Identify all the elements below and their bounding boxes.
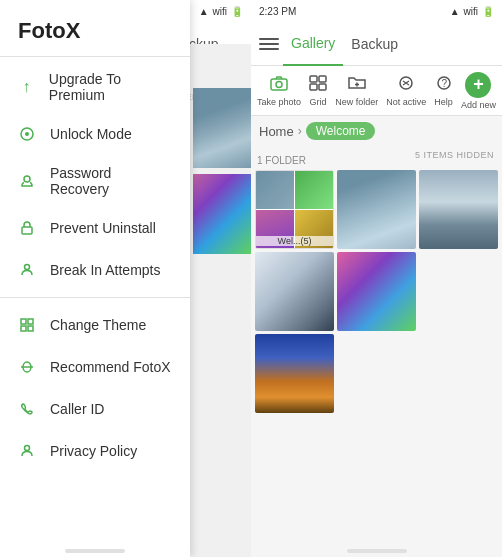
gallery-header: 1 FOLDER 5 ITEMS HIDDEN: [255, 150, 498, 168]
theme-icon: [16, 314, 38, 336]
breadcrumb-arrow: ›: [298, 124, 302, 138]
sidebar-item-theme[interactable]: Change Theme: [0, 304, 190, 346]
right-header: Gallery Backup: [251, 22, 502, 66]
right-wifi-icon: wifi: [464, 6, 478, 17]
right-gallery-area: 1 FOLDER 5 ITEMS HIDDEN Wel...(5): [251, 146, 502, 545]
help-icon: ?: [435, 75, 453, 95]
grid-icon: [309, 75, 327, 95]
not-active-label: Not active: [386, 97, 426, 107]
svg-rect-3: [22, 227, 32, 234]
grid-button[interactable]: Grid: [306, 71, 330, 111]
right-tab-gallery[interactable]: Gallery: [283, 22, 343, 66]
left-bottom-bar: [65, 549, 125, 553]
sidebar-label-break: Break In Attempts: [50, 262, 161, 278]
break-icon: [16, 259, 38, 281]
left-thumb-1: [193, 88, 251, 168]
prevent-icon: [16, 217, 38, 239]
svg-text:?: ?: [441, 78, 447, 89]
sidebar-label-privacy: Privacy Policy: [50, 443, 137, 459]
sidebar-item-recommend[interactable]: Recommend FotoX: [0, 346, 190, 388]
add-new-button[interactable]: + Add new: [458, 68, 499, 114]
svg-rect-14: [319, 76, 326, 82]
breadcrumb-home-link[interactable]: Home: [259, 124, 294, 139]
sidebar-item-password[interactable]: Password Recovery: [0, 155, 190, 207]
breadcrumb: Home › Welcome: [251, 116, 502, 146]
svg-rect-8: [28, 326, 33, 331]
folder-name: Wel...(5): [256, 236, 333, 246]
svg-rect-15: [310, 84, 317, 90]
photo-cell-5[interactable]: [255, 334, 334, 413]
sidebar-item-privacy[interactable]: Privacy Policy: [0, 430, 190, 472]
sidebar-divider-top: [0, 56, 190, 57]
breadcrumb-current: Welcome: [306, 122, 376, 140]
help-label: Help: [434, 97, 453, 107]
right-status-icons: ▲ wifi 🔋: [450, 6, 494, 17]
sidebar-item-break[interactable]: Break In Attempts: [0, 249, 190, 291]
caller-icon: [16, 398, 38, 420]
svg-point-10: [25, 446, 30, 451]
camera-icon: [270, 75, 288, 95]
sidebar-item-caller[interactable]: Caller ID: [0, 388, 190, 430]
svg-rect-13: [310, 76, 317, 82]
wifi-icon: wifi: [213, 6, 227, 17]
sidebar-label-upgrade: Upgrade To Premium: [49, 71, 174, 103]
add-new-label: Add new: [461, 100, 496, 110]
help-button[interactable]: ? Help: [431, 71, 456, 111]
photo-cell-3[interactable]: [255, 252, 334, 331]
right-tab-backup[interactable]: Backup: [343, 22, 406, 66]
password-icon: [16, 170, 38, 192]
new-folder-label: New folder: [335, 97, 378, 107]
sidebar-overlay: FotoX ↑ Upgrade To Premium Unlock Mode: [0, 0, 190, 557]
upgrade-icon: ↑: [16, 76, 37, 98]
sidebar-label-password: Password Recovery: [50, 165, 174, 197]
take-photo-label: Take photo: [257, 97, 301, 107]
not-active-icon: [397, 75, 415, 95]
left-thumb-2: [193, 174, 251, 254]
not-active-button[interactable]: Not active: [383, 71, 429, 111]
right-time: 2:23 PM: [259, 6, 296, 17]
new-folder-icon: [348, 75, 366, 95]
sidebar-item-upgrade[interactable]: ↑ Upgrade To Premium: [0, 61, 190, 113]
right-hidden-label: 5 ITEMS HIDDEN: [415, 150, 494, 160]
svg-rect-16: [319, 84, 326, 90]
photo-cell-1[interactable]: [337, 170, 416, 249]
right-panel: 2:23 PM ▲ wifi 🔋 Gallery Backup Take: [251, 0, 502, 557]
right-hamburger-menu[interactable]: [255, 38, 283, 50]
recommend-icon: [16, 356, 38, 378]
left-panel: 2:23 PM ▲ wifi 🔋 Gallery Backup 5 ITEMS …: [0, 0, 251, 557]
svg-rect-5: [21, 319, 26, 324]
signal-icon: ▲: [199, 6, 209, 17]
folder-sub-2: [295, 171, 333, 209]
right-status-bar: 2:23 PM ▲ wifi 🔋: [251, 0, 502, 22]
svg-point-1: [25, 132, 29, 136]
right-battery-icon: 🔋: [482, 6, 494, 17]
unlock-icon: [16, 123, 38, 145]
svg-point-4: [25, 265, 30, 270]
svg-rect-11: [271, 79, 287, 90]
svg-rect-6: [28, 319, 33, 324]
folder-sub-1: [256, 171, 294, 209]
battery-icon: 🔋: [231, 6, 243, 17]
svg-point-2: [24, 176, 30, 182]
gallery-grid: Wel...(5): [255, 170, 498, 413]
sidebar-label-unlock: Unlock Mode: [50, 126, 132, 142]
right-tab-bar: Gallery Backup: [283, 22, 498, 66]
photo-cell-4[interactable]: [337, 252, 416, 331]
photo-cell-2[interactable]: [419, 170, 498, 249]
new-folder-button[interactable]: New folder: [332, 71, 381, 111]
sidebar-label-caller: Caller ID: [50, 401, 104, 417]
sidebar-item-prevent[interactable]: Prevent Uninstall: [0, 207, 190, 249]
take-photo-button[interactable]: Take photo: [254, 71, 304, 111]
svg-rect-7: [21, 326, 26, 331]
grid-label: Grid: [310, 97, 327, 107]
sidebar-divider-mid: [0, 297, 190, 298]
privacy-icon: [16, 440, 38, 462]
folder-count-label: 1 FOLDER: [255, 155, 306, 166]
sidebar-item-unlock[interactable]: Unlock Mode: [0, 113, 190, 155]
right-toolbar: Take photo Grid New folder: [251, 66, 502, 116]
sidebar-app-name: FotoX: [0, 0, 190, 56]
sidebar-label-prevent: Prevent Uninstall: [50, 220, 156, 236]
folder-cell[interactable]: Wel...(5): [255, 170, 334, 249]
add-new-icon: +: [465, 72, 491, 98]
right-bottom-bar: [347, 549, 407, 553]
